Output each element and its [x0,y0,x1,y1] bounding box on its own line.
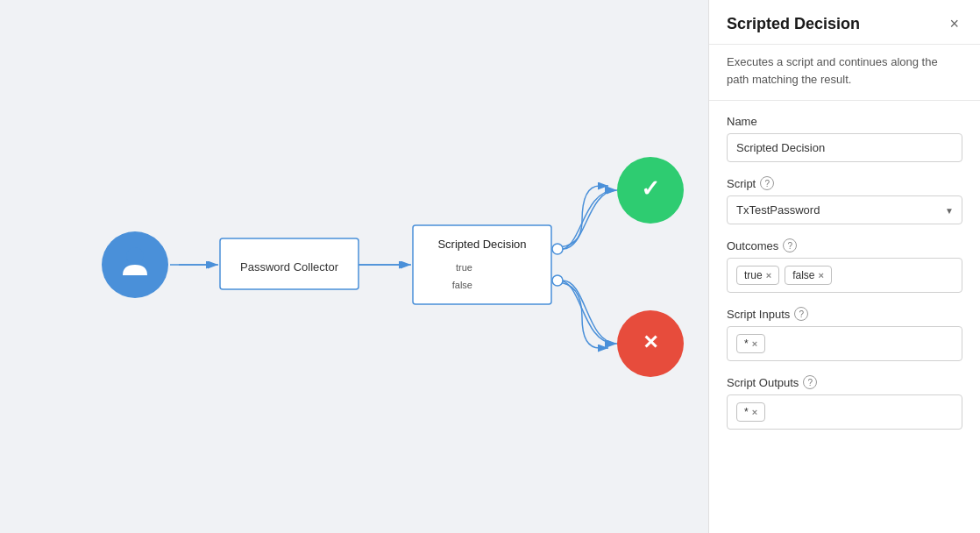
name-input[interactable] [727,133,962,162]
script-outputs-help-icon[interactable]: ? [803,375,817,389]
script-select-wrapper: TxTestPassword OtherScript [727,195,962,224]
flow-canvas: Password Collector Scripted Decision tru… [0,0,708,533]
script-outputs-label: Script Outputs ? [727,375,962,389]
false-connector-dot[interactable] [552,275,563,286]
svg-point-9 [552,244,563,254]
start-node[interactable] [102,231,168,298]
script-label: Script ? [727,176,962,190]
svg-text:✕: ✕ [643,331,658,353]
svg-point-2 [126,247,144,265]
panel-title: Scripted Decision [727,15,860,33]
name-field-group: Name [727,115,962,162]
flow-diagram: Password Collector Scripted Decision tru… [82,133,626,400]
path-true-to-success [563,190,617,249]
name-label: Name [727,115,962,128]
outcomes-field-group: Outcomes ? true × false × [727,238,962,293]
outcomes-tags-container[interactable]: true × false × [727,258,962,293]
scripted-decision-node[interactable]: Scripted Decision true false [413,225,551,304]
panel-description: Executes a script and continues along th… [709,45,980,101]
script-outputs-tags-container[interactable]: * × [727,394,962,430]
svg-text:Password Collector: Password Collector [240,260,339,274]
success-node[interactable]: ✓ [617,157,684,224]
panel-header: Scripted Decision × [709,0,980,45]
password-collector-node[interactable]: Password Collector [220,238,359,289]
outcomes-help-icon[interactable]: ? [783,238,797,252]
remove-script-input-wildcard[interactable]: × [752,339,757,349]
remove-script-output-wildcard[interactable]: × [752,408,757,417]
outcome-tag-false: false × [785,266,832,285]
svg-point-10 [552,275,563,286]
svg-text:true: true [456,262,472,273]
script-output-tag-wildcard: * × [736,402,765,422]
script-inputs-help-icon[interactable]: ? [794,307,808,321]
path-false-to-failure [563,281,617,344]
right-panel: Scripted Decision × Executes a script an… [708,0,980,533]
script-inputs-label: Script Inputs ? [727,307,962,321]
flow-svg: Password Collector Scripted Decision tru… [82,133,626,396]
outcomes-label: Outcomes ? [727,238,962,252]
script-help-icon[interactable]: ? [760,176,774,190]
svg-text:✓: ✓ [641,175,660,202]
script-inputs-field-group: Script Inputs ? * × [727,307,962,361]
svg-text:Scripted Decision: Scripted Decision [437,238,526,251]
outcome-tag-true: true × [736,266,779,285]
script-field-group: Script ? TxTestPassword OtherScript [727,176,962,224]
script-inputs-tags-container[interactable]: * × [727,326,962,361]
script-input-tag-wildcard: * × [736,334,765,353]
svg-text:false: false [452,280,472,290]
script-outputs-field-group: Script Outputs ? * × [727,375,962,430]
failure-node[interactable]: ✕ [617,310,684,377]
panel-body: Name Script ? TxTestPassword OtherScript… [709,101,980,444]
true-connector-dot[interactable] [552,244,563,254]
close-button[interactable]: × [946,14,962,33]
remove-outcome-false[interactable]: × [818,271,823,281]
script-select[interactable]: TxTestPassword OtherScript [727,195,962,224]
remove-outcome-true[interactable]: × [766,271,771,281]
